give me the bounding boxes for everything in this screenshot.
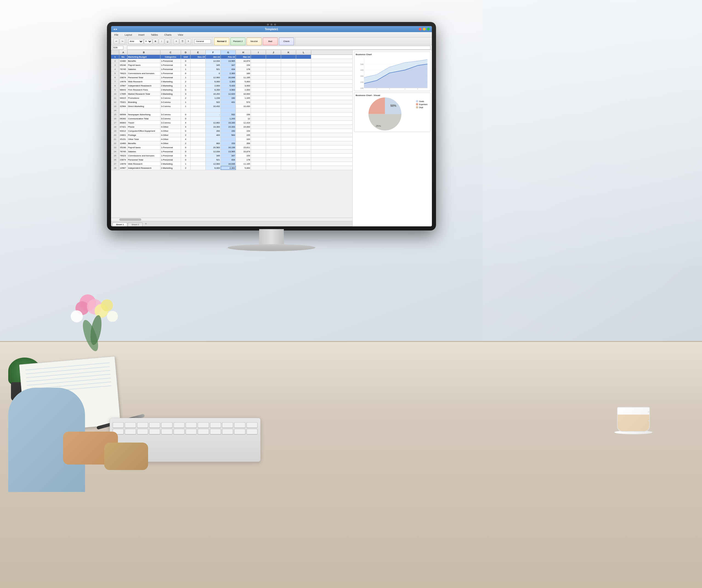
cell-g[interactable] [221,137,236,141]
cell-e[interactable] [191,145,206,149]
cell-j[interactable] [266,117,281,120]
cell-h[interactable] [236,108,251,112]
cell-k[interactable] [281,55,296,59]
cell-f[interactable]: 19,300 [206,125,221,129]
cell-c[interactable]: 1-Personnal [160,145,181,149]
cell-f[interactable] [206,117,221,120]
cell-g[interactable]: 12,620 [221,92,236,96]
cell-a[interactable]: No. [119,55,127,59]
cell-g[interactable]: Feb-16 [221,55,236,59]
cell-h[interactable]: 12 [236,117,251,120]
cell-d[interactable]: 1 [181,100,191,104]
cell-d[interactable]: 3 [181,92,191,96]
cell-h[interactable]: 15,000 [236,125,251,129]
cell-e[interactable]: Dec-15 [191,55,206,59]
menu-view[interactable]: View [177,33,184,37]
cell-i[interactable] [251,117,266,120]
cell-b[interactable]: Salaries [127,67,160,71]
cell-c[interactable] [160,108,181,112]
cell-i[interactable] [251,80,266,83]
cell-b[interactable]: Travel [127,121,160,124]
cell-c[interactable]: 2-Marketing [160,84,181,88]
h-scroll-thumb[interactable] [119,218,141,221]
cell-b[interactable]: Other Total [127,137,160,141]
cell-k[interactable] [281,96,296,100]
cell-b[interactable] [127,108,160,112]
cell-l[interactable] [296,145,311,149]
cell-e[interactable] [191,141,206,145]
cell-c[interactable]: 3-Commu [160,100,181,104]
cell-a[interactable]: 94015 [119,96,127,100]
cell-a[interactable]: 68508 [119,112,127,116]
normal2-style[interactable]: Normal 2 [214,37,229,45]
col-header-b[interactable]: B [127,50,160,55]
cell-e[interactable] [191,76,206,79]
cell-l[interactable] [296,67,311,71]
cell-l[interactable] [296,137,311,141]
col-header-i[interactable]: I [251,50,266,55]
cell-a[interactable]: 23674 [119,76,127,79]
cell-d[interactable]: 4 [181,125,191,129]
cell-g[interactable]: 15,333 [221,125,236,129]
align-center-button[interactable]: ☰ [180,39,185,44]
cell-d[interactable]: 1 [181,84,191,88]
cell-b[interactable]: Benefits [127,141,160,145]
cell-a[interactable]: 14678 [119,80,127,83]
cell-h[interactable]: 155 [236,133,251,137]
cell-h[interactable]: 11,195 [236,76,251,79]
cell-d[interactable]: 0 [181,117,191,120]
cell-f[interactable]: 12,900 [206,162,221,166]
cell-a[interactable]: 89063 [119,121,127,124]
cell-g[interactable]: 434 [221,158,236,162]
minimize-button[interactable] [423,28,426,30]
cell-c[interactable]: 2-Marketing [160,166,181,170]
cell-c[interactable]: 1-Personnal [160,59,181,63]
cell-e[interactable] [191,133,206,137]
cell-c[interactable]: Categories [160,55,181,59]
sheet-tab-1[interactable]: Sheet 1 [112,222,127,226]
cell-c[interactable]: 3-Commu [160,121,181,124]
cell-e[interactable] [191,67,206,71]
cell-e[interactable] [191,121,206,124]
cell-g[interactable]: 2,300 [221,71,236,75]
cell-i[interactable] [251,92,266,96]
cell-e[interactable] [191,129,206,133]
cell-j[interactable] [266,166,281,170]
cell-j[interactable] [266,55,281,59]
cell-k[interactable] [281,117,296,120]
cell-a[interactable]: 76745 [119,67,127,71]
cell-i[interactable] [251,67,266,71]
formula-input[interactable] [127,46,431,50]
cell-k[interactable] [281,63,296,67]
cell-l[interactable] [296,150,311,154]
cell-j[interactable] [266,63,281,67]
cell-h[interactable]: 356 [236,141,251,145]
nav-back-arrow[interactable]: ◀ [113,28,115,30]
cell-e[interactable] [191,108,206,112]
cell-j[interactable] [266,158,281,162]
cell-l[interactable] [296,112,311,116]
cell-f[interactable]: 345 [206,154,221,158]
cell-j[interactable] [266,92,281,96]
cell-c[interactable]: 1-Personnal [160,63,181,67]
cell-f[interactable]: 12,662 [206,121,221,124]
cell-c[interactable]: 4-Other [160,137,181,141]
cell-l[interactable] [296,162,311,166]
cell-h[interactable]: 12,416 [236,121,251,124]
cell-g[interactable]: 347 [221,63,236,67]
cell-h[interactable]: 10,674 [236,59,251,63]
cell-d[interactable]: 1 [181,162,191,166]
cell-i[interactable] [251,150,266,154]
cell-a[interactable] [119,108,127,112]
cell-j[interactable] [266,88,281,92]
cell-d[interactable] [181,108,191,112]
cell-l[interactable] [296,55,311,59]
cell-j[interactable] [266,150,281,154]
cell-c[interactable]: 4-Other [160,141,181,145]
col-header-f[interactable]: F [206,50,221,55]
cell-b[interactable]: Postage [127,133,160,137]
cell-e[interactable] [191,100,206,104]
col-header-c[interactable]: C [160,50,181,55]
cell-l[interactable] [296,76,311,79]
align-left-button[interactable]: ≡ [173,39,179,44]
